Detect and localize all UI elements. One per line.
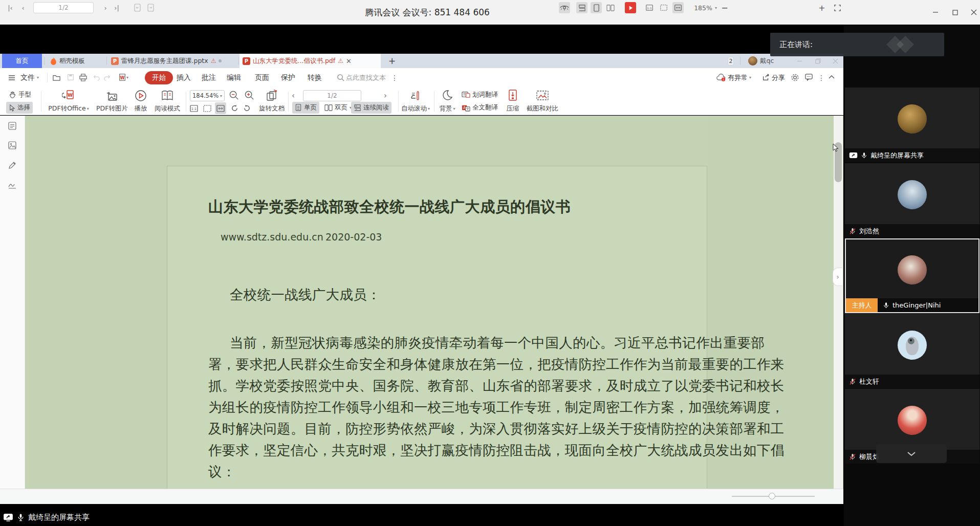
double-page-button[interactable]: 双页▾ — [322, 102, 354, 114]
search-input[interactable]: 点此查找文本 — [346, 68, 386, 87]
statusbar-page-indicator[interactable]: 1/2 — [33, 2, 94, 13]
file-menu[interactable]: 文件 ▾ — [20, 68, 39, 87]
double-page-view-button[interactable] — [604, 0, 617, 15]
document-mode-icon[interactable]: W ▾ — [115, 72, 132, 82]
last-page-icon[interactable]: ›| — [112, 0, 121, 15]
actual-size-status-button[interactable]: 1:1 — [643, 0, 656, 15]
close-button[interactable] — [969, 7, 979, 17]
compress-button[interactable]: 压缩 — [503, 89, 523, 114]
zoom-out-icon[interactable] — [229, 90, 239, 103]
eye-protect-button[interactable] — [556, 0, 573, 15]
tab-pptx[interactable]: P 雷锋月志愿服务主题团课.pptx ⚠ — [108, 54, 238, 68]
sync-status[interactable]: 有异常 ▾ — [728, 68, 751, 87]
wps-minimize-button[interactable] — [794, 56, 804, 66]
participant-tile-active[interactable]: theGinger|Nihi 主持人 — [845, 238, 979, 313]
screenshot-compare-button[interactable]: 截图和对比 — [525, 89, 560, 114]
settings-gear-icon[interactable] — [790, 72, 800, 82]
slideshow-play-button[interactable] — [623, 0, 638, 15]
zoom-plus-button[interactable]: + — [818, 0, 826, 15]
word-translate-button[interactable]: 划词翻译 — [461, 89, 499, 101]
play-icon — [134, 89, 147, 102]
single-page-view-button[interactable] — [590, 0, 603, 15]
next-page-icon[interactable]: › — [384, 90, 387, 101]
new-tab-button[interactable]: + — [385, 54, 399, 68]
share-button[interactable]: 分享 — [772, 68, 785, 87]
play-button[interactable]: 播放 — [132, 89, 149, 114]
fit-width-status-button[interactable] — [671, 0, 685, 15]
background-button[interactable]: 背景▾ — [436, 89, 459, 114]
pdf-to-office-button[interactable]: W PDF转Office▾ — [47, 89, 90, 114]
panel-expand-handle[interactable]: › — [833, 268, 842, 286]
zoom-minus-button[interactable]: − — [721, 0, 729, 15]
continuous-read-button[interactable]: 连续阅读 — [351, 102, 391, 114]
global-menu-icon[interactable] — [8, 68, 16, 87]
minimize-button[interactable] — [930, 7, 941, 17]
cloud-sync-icon[interactable]: ! — [715, 72, 727, 82]
collapse-ribbon-icon[interactable] — [826, 72, 837, 82]
zoom-in-icon[interactable] — [244, 90, 255, 103]
edit-pen-icon[interactable] — [8, 161, 18, 171]
menu-annotate[interactable]: 批注 — [202, 68, 216, 87]
collapse-panel-button[interactable] — [876, 444, 947, 463]
auto-scroll-button[interactable]: 自动滚动▾ — [400, 89, 431, 114]
save-icon[interactable] — [66, 72, 76, 82]
zoom-slider-knob[interactable] — [769, 493, 775, 499]
comment-icon[interactable] — [803, 72, 814, 82]
search-more-icon[interactable]: ⋮ — [391, 68, 398, 87]
read-mode-button[interactable]: 阅读模式 — [153, 89, 182, 114]
menu-edit[interactable]: 编辑 — [227, 68, 241, 87]
full-translate-button[interactable]: A文 全文翻译 — [461, 102, 499, 114]
redo-icon[interactable] — [102, 72, 113, 82]
statusbar-page-value: 1/2 — [58, 4, 68, 11]
search-icon[interactable] — [335, 72, 345, 82]
fit-page-status-button[interactable] — [657, 0, 670, 15]
toolbar-page-indicator[interactable]: 1/2 — [303, 90, 361, 101]
signature-icon[interactable] — [8, 180, 18, 190]
rotate-left-icon[interactable] — [229, 102, 240, 114]
fullscreen-button[interactable] — [831, 0, 843, 15]
participant-tile[interactable]: 杜文轩 — [845, 314, 979, 388]
warning-icon: ⚠ — [338, 57, 343, 64]
fit-width-button[interactable] — [215, 102, 226, 114]
menu-start-active[interactable]: 开始 — [145, 68, 173, 87]
zoom-dropdown-icon[interactable]: ▾ — [713, 0, 718, 15]
wps-restore-button[interactable] — [813, 56, 823, 66]
statusbar-zoom-value[interactable]: 185% — [692, 0, 714, 15]
menu-insert[interactable]: 插入 — [177, 68, 191, 87]
window-count-badge[interactable]: 2 — [725, 54, 737, 68]
zoom-percent-select[interactable]: 184.54%▾ — [190, 90, 225, 101]
tab-pdf-active[interactable]: P 山东大学党委统...倡议书.pdf ⚠ ✕ — [239, 54, 381, 68]
share-icon[interactable] — [761, 72, 771, 82]
select-tool-button[interactable]: 选择 — [6, 102, 33, 114]
menu-protect[interactable]: 保护 — [281, 68, 295, 87]
open-file-icon[interactable] — [51, 72, 61, 82]
print-icon[interactable] — [78, 72, 88, 82]
first-page-icon[interactable]: |‹ — [6, 0, 15, 15]
actual-size-button[interactable]: 1:1 — [188, 102, 200, 114]
undo-icon[interactable] — [91, 72, 101, 82]
previous-page-icon[interactable]: ‹ — [292, 90, 295, 101]
tab-close-icon[interactable]: ✕ — [346, 57, 352, 65]
menu-page[interactable]: 页面 — [255, 68, 269, 87]
tab-docer[interactable]: 稻壳模板 — [47, 54, 104, 68]
prev-page-icon[interactable]: ‹ — [19, 0, 27, 15]
pdf-to-image-button[interactable]: PDF转图片 — [94, 89, 130, 114]
continuous-view-button[interactable] — [575, 0, 589, 15]
rotate-document-button[interactable]: 旋转文档 — [257, 89, 286, 114]
forward-view-icon[interactable] — [145, 0, 156, 15]
participant-tile[interactable]: 刘浩然 — [845, 163, 979, 238]
annotation-list-icon[interactable] — [8, 121, 18, 132]
menu-convert[interactable]: 转换 — [308, 68, 322, 87]
participant-tile[interactable]: 戴绮呈的屏幕共享 — [845, 87, 979, 162]
next-page-icon-status[interactable]: › — [102, 0, 109, 15]
fit-page-button[interactable] — [202, 102, 213, 114]
more-options-icon[interactable]: ⋮ — [818, 68, 825, 87]
thumbnail-panel-icon[interactable] — [8, 141, 18, 151]
maximize-button[interactable] — [950, 7, 960, 17]
hand-tool-button[interactable]: 手型 — [6, 89, 34, 101]
back-view-icon[interactable] — [132, 0, 142, 15]
wps-close-button[interactable] — [830, 56, 840, 66]
single-page-button[interactable]: 单页 — [292, 102, 319, 114]
rotate-right-icon[interactable] — [242, 102, 252, 114]
tab-home[interactable]: 首页 — [2, 54, 42, 68]
